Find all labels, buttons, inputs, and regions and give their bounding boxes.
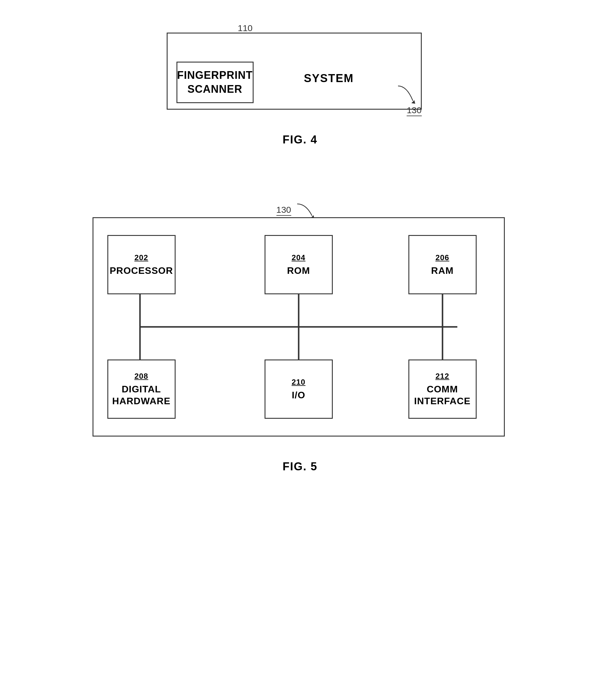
fig5-diagram: 130: [93, 199, 508, 443]
fig5-text-210: I/O: [292, 389, 306, 401]
fig5-block-210: 210 I/O: [265, 359, 333, 419]
fig4-diagram: 110 SYSTEM FINGERPRINT SCANNER: [167, 18, 434, 119]
fig4-inner-box: FINGERPRINT SCANNER: [176, 61, 254, 103]
fig5-ref-130-label: 130: [277, 205, 291, 216]
fig5-block-204: 204 ROM: [265, 235, 333, 294]
fig5-label-204: 204: [291, 253, 305, 262]
fig5-block-208: 208 DIGITALHARDWARE: [107, 359, 175, 419]
fig5-label-208: 208: [134, 372, 148, 381]
fig5-text-212: COMMINTERFACE: [414, 383, 471, 407]
fig5-label-202: 202: [134, 253, 148, 262]
fig4-caption: FIG. 4: [283, 133, 318, 146]
fig5-text-206: RAM: [431, 265, 454, 276]
fig5-section: 130: [24, 199, 576, 473]
page-content: 110 SYSTEM FINGERPRINT SCANNER: [24, 18, 576, 473]
fig5-caption: FIG. 5: [283, 460, 318, 473]
fig5-label-210: 210: [291, 378, 305, 387]
fig4-ref-130-label: 130: [407, 105, 422, 116]
fig5-block-212: 212 COMMINTERFACE: [408, 359, 477, 419]
fig4-scanner-text: FINGERPRINT SCANNER: [177, 69, 253, 96]
fig5-label-206: 206: [435, 253, 449, 262]
fig4-section: 110 SYSTEM FINGERPRINT SCANNER: [24, 18, 576, 146]
fig5-block-206: 206 RAM: [408, 235, 477, 294]
fig5-text-202: PROCESSOR: [110, 265, 173, 276]
fig5-block-202: 202 PROCESSOR: [107, 235, 175, 294]
fig5-text-208: DIGITALHARDWARE: [112, 383, 170, 407]
fig5-label-212: 212: [435, 372, 449, 381]
fig4-system-label: SYSTEM: [304, 72, 354, 85]
fig4-outer-box: SYSTEM FINGERPRINT SCANNER: [167, 32, 422, 110]
fig5-text-204: ROM: [287, 265, 310, 276]
